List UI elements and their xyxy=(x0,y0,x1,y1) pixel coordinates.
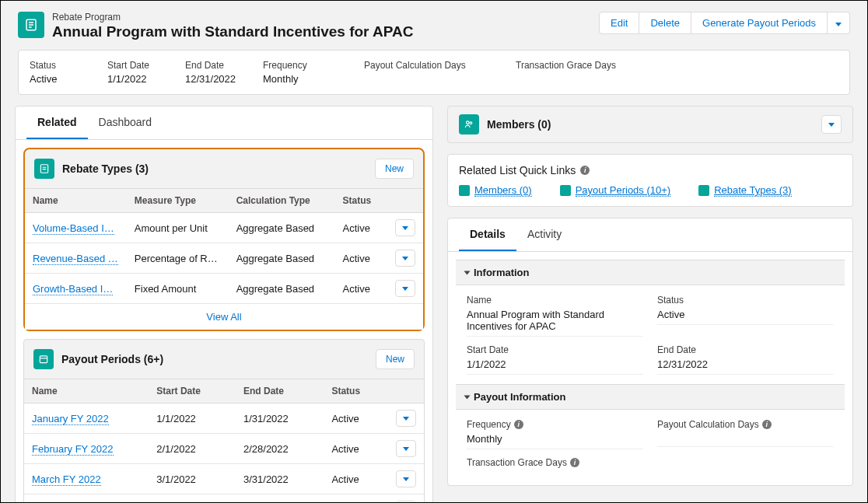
generate-payout-periods-button[interactable]: Generate Payout Periods xyxy=(691,12,828,34)
field-calc-value[interactable] xyxy=(657,433,834,447)
summary-status-label: Status xyxy=(30,60,86,71)
edit-button[interactable]: Edit xyxy=(599,12,639,34)
info-icon[interactable]: i xyxy=(762,420,772,429)
field-name-label: Name xyxy=(467,295,643,306)
table-row: March FY 20223/1/20223/31/2022Active xyxy=(24,464,424,494)
tab-activity[interactable]: Activity xyxy=(516,218,572,251)
field-grace-label: Transaction Grace Days xyxy=(467,457,567,468)
members-title[interactable]: Members (0) xyxy=(487,118,551,131)
field-start-value[interactable]: 1/1/2022 xyxy=(467,358,643,375)
row-menu-button[interactable] xyxy=(396,470,416,487)
field-name-value[interactable]: Annual Program with Standard Incentives … xyxy=(467,309,643,337)
field-freq-value[interactable]: Monthly xyxy=(467,433,643,449)
delete-button[interactable]: Delete xyxy=(639,12,691,34)
table-row: February FY 20222/1/20222/28/2022Active xyxy=(24,434,424,464)
row-menu-button[interactable] xyxy=(396,440,416,457)
section-information[interactable]: Information xyxy=(456,260,845,285)
table-row: Revenue-Based …Percentage of Re…Aggregat… xyxy=(25,243,423,274)
payout-period-link[interactable]: February FY 2022 xyxy=(24,434,149,464)
summary-bar: StatusActive Start Date1/1/2022 End Date… xyxy=(18,50,850,95)
payout-period-link[interactable]: January FY 2022 xyxy=(24,403,149,434)
row-menu-button[interactable] xyxy=(395,280,415,297)
rebate-type-link[interactable]: Volume-Based I… xyxy=(25,213,127,243)
summary-end-label: End Date xyxy=(185,60,241,71)
field-start-label: Start Date xyxy=(467,344,643,355)
summary-status-value: Active xyxy=(30,73,86,85)
quicklink-members[interactable]: Members (0) xyxy=(459,184,532,197)
rebate-types-title[interactable]: Rebate Types (3) xyxy=(62,162,149,175)
table-row: Growth-Based I…Fixed AmountAggregate Bas… xyxy=(25,274,423,304)
rebate-type-link[interactable]: Growth-Based I… xyxy=(25,274,127,304)
svg-point-4 xyxy=(470,122,472,124)
quick-links-card: Related List Quick Linksi Members (0) Pa… xyxy=(447,154,853,207)
page-title: Annual Program with Standard Incentives … xyxy=(52,23,414,40)
more-actions-button[interactable] xyxy=(828,12,850,34)
table-row: Volume-Based I…Amount per UnitAggregate … xyxy=(25,213,423,243)
info-icon[interactable]: i xyxy=(580,166,590,175)
row-menu-button[interactable] xyxy=(395,250,415,267)
field-freq-label: Frequency xyxy=(467,419,511,430)
svg-rect-2 xyxy=(40,356,47,363)
payout-periods-title[interactable]: Payout Periods (6+) xyxy=(61,353,163,365)
chevron-down-icon xyxy=(464,395,471,399)
rebate-icon xyxy=(698,185,709,196)
payout-period-link[interactable]: April FY 2022 xyxy=(24,494,149,504)
col-name[interactable]: Name xyxy=(24,379,149,403)
field-status-label: Status xyxy=(657,295,834,306)
summary-freq-label: Frequency xyxy=(263,60,342,71)
summary-calc-label: Payout Calculation Days xyxy=(364,60,494,71)
tab-related[interactable]: Related xyxy=(26,107,88,139)
field-status-value[interactable]: Active xyxy=(657,309,834,325)
rebate-types-icon xyxy=(34,159,54,179)
rebate-types-new-button[interactable]: New xyxy=(375,159,414,179)
members-card: Members (0) xyxy=(447,106,853,143)
quick-links-title: Related List Quick Links xyxy=(459,164,576,176)
summary-end-value: 12/31/2022 xyxy=(185,73,241,85)
field-end-label: End Date xyxy=(657,344,834,355)
summary-start-label: Start Date xyxy=(107,60,163,71)
rebate-types-card: Rebate Types (3) New Name Measure Type C… xyxy=(23,148,425,331)
col-name[interactable]: Name xyxy=(25,189,127,213)
caret-down-icon xyxy=(835,23,842,26)
payout-icon xyxy=(560,185,571,196)
col-end[interactable]: End Date xyxy=(236,379,324,403)
rebate-type-link[interactable]: Revenue-Based … xyxy=(25,243,127,274)
field-end-value[interactable]: 12/31/2022 xyxy=(657,358,834,375)
summary-freq-value: Monthly xyxy=(263,73,342,85)
table-row: January FY 20221/1/20221/31/2022Active xyxy=(24,403,424,434)
payout-periods-icon xyxy=(33,349,54,369)
col-calc[interactable]: Calculation Type xyxy=(229,189,335,213)
row-menu-button[interactable] xyxy=(395,219,415,236)
members-icon xyxy=(459,185,470,196)
col-status[interactable]: Status xyxy=(335,189,387,213)
field-calc-label: Payout Calculation Days xyxy=(657,419,759,430)
col-measure[interactable]: Measure Type xyxy=(127,189,229,213)
col-start[interactable]: Start Date xyxy=(149,379,236,403)
row-menu-button[interactable] xyxy=(396,410,416,427)
quicklink-rebate-types[interactable]: Rebate Types (3) xyxy=(698,184,791,197)
tab-details[interactable]: Details xyxy=(459,218,516,251)
payout-period-link[interactable]: March FY 2022 xyxy=(24,464,149,494)
payout-periods-card: Payout Periods (6+) New Name Start Date … xyxy=(23,339,425,503)
section-payout-information[interactable]: Payout Information xyxy=(456,384,845,410)
col-status[interactable]: Status xyxy=(324,379,388,403)
payout-periods-new-button[interactable]: New xyxy=(376,349,415,369)
quicklink-payout-periods[interactable]: Payout Periods (10+) xyxy=(560,184,670,197)
svg-point-3 xyxy=(467,121,470,124)
summary-grace-label: Transaction Grace Days xyxy=(516,60,616,71)
info-icon[interactable]: i xyxy=(514,420,523,429)
tab-dashboard[interactable]: Dashboard xyxy=(88,107,163,139)
info-icon[interactable]: i xyxy=(570,458,579,467)
table-row: April FY 20224/1/20224/30/2022Active xyxy=(24,494,424,504)
chevron-down-icon xyxy=(464,271,471,274)
summary-start-value: 1/1/2022 xyxy=(107,73,163,85)
members-icon xyxy=(459,114,479,134)
members-menu-button[interactable] xyxy=(821,115,842,134)
view-all-link[interactable]: View All xyxy=(206,311,241,323)
object-label: Rebate Program xyxy=(52,12,414,23)
rebate-program-icon xyxy=(18,12,44,38)
